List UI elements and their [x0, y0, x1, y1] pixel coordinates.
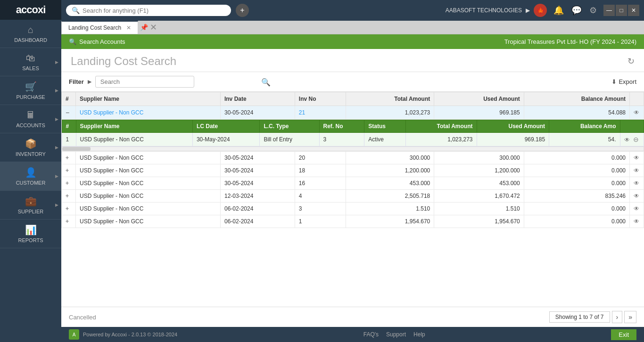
message-icon[interactable]: 💬: [570, 4, 584, 16]
pagination: Showing 1 to 7 of 7 › »: [549, 311, 636, 323]
eye-icon[interactable]: 👁: [634, 155, 639, 161]
sub-eye-icon[interactable]: 👁: [624, 137, 630, 143]
cell-eye[interactable]: 👁: [630, 152, 644, 164]
cell-eye[interactable]: 👁: [630, 215, 644, 228]
eye-icon[interactable]: 👁: [634, 180, 639, 187]
purchase-icon: 🛒: [25, 81, 37, 92]
col-balance-amount: Balance Amount: [524, 92, 629, 106]
export-button[interactable]: ⬇ Export: [611, 78, 636, 85]
sidebar: accoxi ⌂ DASHBOARD 🛍 SALES ▶ 🛒 PURCHASE …: [0, 0, 61, 342]
tab-close-window-icon[interactable]: ✕: [150, 22, 157, 33]
page-title-area: Landing Cost Search ↻: [61, 49, 644, 72]
cell-total-amount: 1,023,273: [346, 106, 434, 120]
cell-eye[interactable]: 👁: [630, 164, 644, 177]
filter-button[interactable]: Filter: [69, 78, 84, 85]
cell-balance-amount: 0.000: [524, 164, 629, 177]
filter-search-input[interactable]: [95, 76, 194, 88]
sidebar-item-label: DASHBOARD: [14, 37, 47, 43]
chevron-right-icon: ▶: [55, 88, 58, 93]
sub-cell-ref-no: 3: [319, 133, 364, 147]
cell-expand[interactable]: +: [62, 152, 76, 164]
eye-icon[interactable]: 👁: [634, 205, 639, 212]
footer: Cancelled Showing 1 to 7 of 7 › »: [61, 307, 644, 327]
last-page-button[interactable]: »: [624, 311, 636, 323]
eye-icon[interactable]: 👁: [634, 109, 639, 116]
tab-bar: Landing Cost Search ✕ 📌 ✕: [61, 21, 644, 34]
sidebar-item-accounts[interactable]: 🖩 ACCOUNTS ▶: [0, 105, 61, 133]
support-link[interactable]: Support: [386, 331, 406, 338]
sidebar-item-label: SUPPLIER: [18, 209, 43, 214]
global-search-bar[interactable]: 🔍: [66, 5, 231, 16]
eye-icon[interactable]: 👁: [634, 167, 639, 174]
sidebar-item-supplier[interactable]: 💼 SUPPLIER ▶: [0, 191, 61, 220]
col-inv-no: Inv No: [295, 92, 346, 106]
inventory-icon: 📦: [25, 138, 37, 149]
sidebar-item-reports[interactable]: 📊 REPORTS: [0, 220, 61, 248]
sidebar-item-dashboard[interactable]: ⌂ DASHBOARD: [0, 20, 61, 48]
logo-area: accoxi: [0, 0, 61, 20]
topbar: 🔍 + AABASOFT TECHNOLOGIES ▶ 🍁 🔔 💬 ⚙ — □ …: [61, 0, 644, 21]
eye-icon[interactable]: 👁: [634, 218, 639, 225]
global-search-input[interactable]: [83, 7, 225, 14]
table-row: + USD Supplier - Non GCC 12-03-2024 4 2,…: [62, 190, 644, 203]
cell-expand[interactable]: +: [62, 203, 76, 215]
next-page-button[interactable]: ›: [612, 311, 623, 323]
bottom-links: FAQ's Support Help: [363, 331, 425, 338]
maximize-button[interactable]: □: [616, 5, 627, 16]
cell-supplier[interactable]: USD Supplier - Non GCC: [76, 106, 221, 120]
cell-eye[interactable]: 👁: [630, 106, 644, 120]
help-link[interactable]: Help: [413, 331, 425, 338]
cell-inv-date: 06-02-2024: [220, 203, 295, 215]
minimize-button[interactable]: —: [603, 5, 615, 16]
sidebar-item-customer[interactable]: 👤 CUSTOMER ▶: [0, 162, 61, 191]
col-total-amount: Total Amount: [346, 92, 434, 106]
cell-collapse[interactable]: −: [62, 106, 76, 120]
cell-inv-date: 06-02-2024: [220, 215, 295, 228]
cell-expand[interactable]: +: [62, 190, 76, 203]
chevron-right-icon: ▶: [55, 174, 58, 179]
bell-icon[interactable]: 🔔: [552, 4, 566, 16]
sidebar-item-sales[interactable]: 🛍 SALES ▶: [0, 48, 61, 76]
sub-cell-used: 969.185: [477, 133, 549, 147]
sidebar-item-purchase[interactable]: 🛒 PURCHASE ▶: [0, 76, 61, 105]
supplier-icon: 💼: [25, 195, 37, 207]
search-icon: 🔍: [72, 7, 80, 14]
tab-pin-icon[interactable]: 📌: [140, 24, 148, 31]
sub-col-hash: #: [62, 120, 76, 133]
refresh-button[interactable]: ↻: [627, 56, 635, 66]
tab-landing-cost-search[interactable]: Landing Cost Search ✕: [61, 21, 138, 34]
chevron-right-icon: ▶: [55, 145, 58, 150]
cell-supplier: USD Supplier - Non GCC: [76, 190, 221, 203]
cell-eye[interactable]: 👁: [630, 203, 644, 215]
export-icon: ⬇: [611, 78, 617, 85]
cell-expand[interactable]: +: [62, 215, 76, 228]
cell-inv-no: 20: [295, 152, 346, 164]
sub-col-status: Status: [364, 120, 405, 133]
search-accounts-area[interactable]: 🔍 Search Accounts: [69, 38, 125, 45]
col-supplier-name: Supplier Name: [76, 92, 221, 106]
cell-eye[interactable]: 👁: [630, 190, 644, 203]
eye-icon[interactable]: 👁: [634, 193, 639, 199]
table-row: − USD Supplier - Non GCC 30-05-2024 21 1…: [62, 106, 644, 120]
tab-close-icon[interactable]: ✕: [126, 24, 131, 31]
export-label: Export: [619, 78, 636, 85]
faqs-link[interactable]: FAQ's: [363, 331, 379, 338]
cell-inv-no[interactable]: 21: [295, 106, 346, 120]
cell-used-amount: 1,200.000: [434, 164, 524, 177]
sub-col-used: Used Amount: [477, 120, 549, 133]
add-button[interactable]: +: [236, 4, 249, 17]
exit-button[interactable]: Exit: [611, 329, 636, 340]
sidebar-item-label: REPORTS: [18, 237, 43, 243]
topbar-icons: 🔔 💬 ⚙: [552, 4, 599, 16]
sidebar-item-inventory[interactable]: 📦 INVENTORY ▶: [0, 133, 61, 162]
cell-expand[interactable]: +: [62, 164, 76, 177]
cell-eye[interactable]: 👁: [630, 177, 644, 190]
sub-cell-status: Active: [364, 133, 405, 147]
cell-total-amount: 1,200.000: [346, 164, 434, 177]
close-button[interactable]: ✕: [628, 5, 639, 16]
cell-balance-amount: 835.246: [524, 190, 629, 203]
settings-icon[interactable]: ⚙: [587, 4, 599, 16]
cell-inv-no: 4: [295, 190, 346, 203]
cell-expand[interactable]: +: [62, 177, 76, 190]
sub-action-icon[interactable]: ⊖: [633, 136, 639, 143]
